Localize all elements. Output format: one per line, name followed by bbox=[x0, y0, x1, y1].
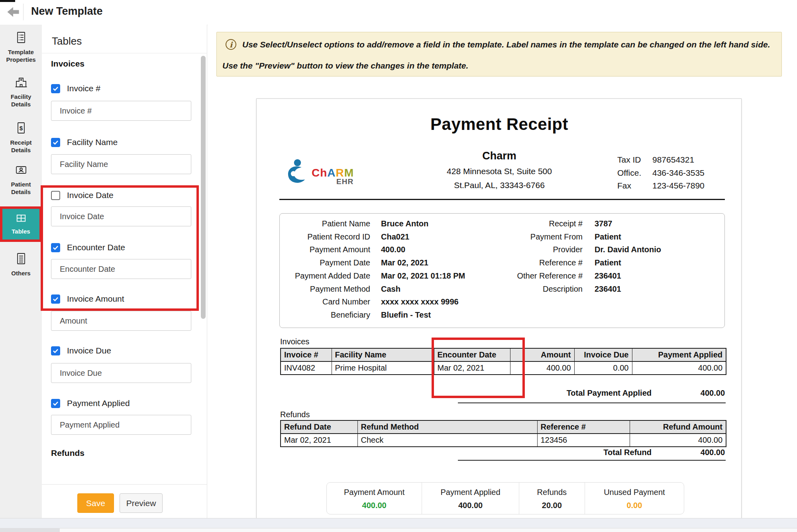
field-toggle-invoice-due[interactable]: Invoice Due bbox=[51, 346, 111, 355]
field-toggle-invoice-number[interactable]: Invoice # bbox=[51, 84, 100, 93]
section-heading-invoices: Invoices bbox=[51, 59, 84, 69]
fields-panel: Tables Invoices Invoice # Facility Name … bbox=[42, 25, 207, 518]
detail-label: Receipt # bbox=[495, 217, 583, 230]
panel-scrollbar[interactable] bbox=[201, 56, 206, 319]
sidebar-item-label: Facility Details bbox=[11, 93, 31, 108]
field-input-invoice-date[interactable] bbox=[51, 206, 191, 226]
contact-value: 987654321 bbox=[652, 155, 694, 164]
sidebar-item-template-properties[interactable]: Template Properties bbox=[0, 31, 42, 63]
total-underline bbox=[458, 402, 726, 403]
column-header: Amount bbox=[510, 348, 574, 361]
svg-text:$: $ bbox=[19, 125, 23, 132]
detail-label: Description bbox=[495, 283, 583, 296]
detail-row: Payment FromPatient bbox=[495, 230, 661, 243]
payment-details-left: Patient NameBruce Anton Patient Record I… bbox=[288, 217, 465, 322]
table-grid-icon bbox=[15, 213, 27, 225]
field-toggle-encounter-date[interactable]: Encounter Date bbox=[51, 243, 125, 252]
checkbox-payment-applied[interactable] bbox=[51, 399, 60, 408]
detail-value: Patient bbox=[595, 258, 621, 267]
field-label: Invoice Date bbox=[67, 190, 114, 200]
preview-button[interactable]: Preview bbox=[120, 493, 163, 513]
table-cell: 123456 bbox=[537, 434, 630, 447]
detail-row: Receipt #3787 bbox=[495, 217, 661, 230]
field-toggle-invoice-amount[interactable]: Invoice Amount bbox=[51, 294, 124, 304]
sidebar-item-others[interactable]: Others bbox=[0, 252, 42, 277]
field-toggle-facility-name[interactable]: Facility Name bbox=[51, 137, 118, 147]
detail-label: Payment From bbox=[495, 230, 583, 243]
checkbox-invoice-number[interactable] bbox=[51, 84, 60, 93]
contact-label: Fax bbox=[617, 179, 652, 192]
column-header: Invoice # bbox=[281, 348, 332, 361]
sidebar-item-label: Patient Details bbox=[11, 181, 31, 196]
checkbox-invoice-amount[interactable] bbox=[51, 294, 60, 304]
field-input-facility-name[interactable] bbox=[51, 154, 191, 174]
receipt-preview: Payment Receipt ChARM EHR Charm 428 Minn… bbox=[256, 98, 742, 519]
save-button[interactable]: Save bbox=[77, 493, 114, 513]
sidebar-item-tables[interactable]: Tables bbox=[2, 209, 39, 239]
column-header: Reference # bbox=[537, 420, 630, 434]
field-toggle-invoice-date[interactable]: Invoice Date bbox=[51, 190, 114, 200]
wordmark-segment: Ch bbox=[312, 167, 327, 179]
checkbox-invoice-date[interactable] bbox=[51, 191, 60, 200]
field-label: Invoice Due bbox=[67, 346, 111, 355]
organization-name: Charm bbox=[420, 150, 579, 162]
summary-label: Payment Amount bbox=[327, 488, 422, 497]
panel-title: Tables bbox=[52, 35, 82, 47]
back-arrow-icon[interactable] bbox=[6, 6, 20, 18]
detail-value: xxxx xxxx xxxx 9996 bbox=[381, 297, 459, 306]
field-label: Encounter Date bbox=[67, 243, 125, 252]
info-icon: i bbox=[226, 39, 236, 50]
refunds-table: Refund Date Refund Method Reference # Re… bbox=[280, 420, 726, 447]
invoices-data-row: INV4082 Prime Hospital Mar 02, 2021 400.… bbox=[281, 361, 726, 375]
field-label: Invoice # bbox=[67, 84, 100, 93]
column-header: Encounter Date bbox=[434, 348, 510, 361]
table-cell: 400.00 bbox=[632, 361, 726, 375]
field-input-invoice-amount[interactable] bbox=[51, 311, 191, 331]
section-heading-refunds: Refunds bbox=[51, 448, 84, 458]
main-area: i Use Select/Unselect options to add/rem… bbox=[208, 25, 797, 518]
total-label: Total Refund bbox=[603, 448, 652, 457]
contact-value: 436-346-3535 bbox=[652, 168, 705, 177]
detail-label: Beneficiary bbox=[288, 308, 370, 322]
field-toggle-payment-applied[interactable]: Payment Applied bbox=[51, 399, 130, 408]
detail-value: Bruce Anton bbox=[381, 219, 428, 228]
column-header: Payment Applied bbox=[632, 348, 726, 361]
summary-label: Unused Payment bbox=[585, 488, 684, 497]
detail-value: Mar 02, 2021 01:18 PM bbox=[381, 271, 465, 280]
total-payment-applied-row: Total Payment Applied 400.00 bbox=[280, 389, 726, 399]
detail-value: 3787 bbox=[595, 219, 612, 228]
checkbox-invoice-due[interactable] bbox=[51, 346, 60, 355]
sidebar-item-facility-details[interactable]: Facility Details bbox=[0, 76, 42, 108]
sidebar-item-label: Template Properties bbox=[6, 48, 35, 63]
checkbox-facility-name[interactable] bbox=[51, 138, 60, 147]
field-input-invoice-due[interactable] bbox=[51, 363, 191, 383]
field-label: Facility Name bbox=[67, 137, 118, 147]
table-cell: 400.00 bbox=[630, 434, 726, 447]
detail-label: Payment Amount bbox=[288, 243, 370, 256]
detail-row: BeneficiaryBluefin - Test bbox=[288, 308, 465, 322]
checkbox-encounter-date[interactable] bbox=[51, 243, 60, 252]
horizontal-scrollbar-thumb[interactable] bbox=[60, 528, 797, 532]
field-input-payment-applied[interactable] bbox=[51, 415, 191, 435]
field-input-encounter-date[interactable] bbox=[51, 259, 191, 279]
invoices-header-row: Invoice # Facility Name Encounter Date A… bbox=[281, 348, 726, 361]
sidebar-item-receipt-details[interactable]: $ Receipt Details bbox=[0, 122, 42, 154]
summary-value: 400.00 bbox=[422, 501, 519, 510]
detail-row: Patient Record IDCha021 bbox=[288, 230, 465, 243]
detail-row: Card Numberxxxx xxxx xxxx 9996 bbox=[288, 295, 465, 308]
detail-row: Reference #Patient bbox=[495, 256, 661, 269]
template-properties-icon bbox=[15, 31, 27, 45]
detail-value: Dr. David Antonio bbox=[595, 245, 661, 254]
contact-row: Office.436-346-3535 bbox=[617, 167, 705, 180]
detail-value: Cash bbox=[381, 285, 400, 293]
total-value: 400.00 bbox=[701, 448, 725, 457]
field-input-invoice-number[interactable] bbox=[51, 101, 191, 121]
total-underline bbox=[458, 460, 726, 461]
sidebar-item-patient-details[interactable]: Patient Details bbox=[0, 163, 42, 196]
sidebar: Template Properties Facility Details $ bbox=[0, 25, 42, 518]
detail-label: Patient Record ID bbox=[288, 230, 370, 243]
detail-value: Patient bbox=[595, 232, 621, 241]
document-icon bbox=[15, 252, 27, 267]
column-header: Invoice Due bbox=[574, 348, 632, 361]
table-cell: Prime Hospital bbox=[332, 361, 434, 375]
